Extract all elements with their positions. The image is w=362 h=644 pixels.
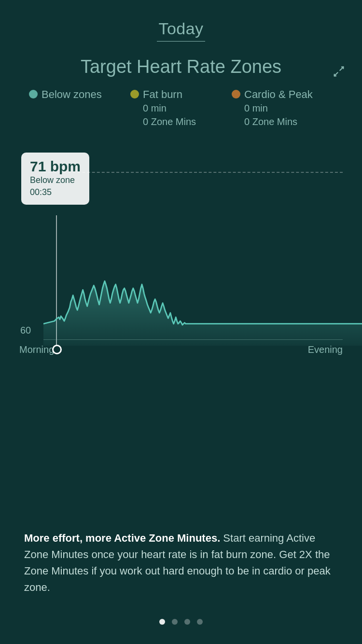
legend-item-below: Below zones (29, 88, 130, 102)
tooltip-bpm: 71 bpm (30, 158, 81, 174)
below-zones-text: Below zones (42, 88, 102, 102)
fatburn-dot (130, 90, 139, 98)
page-title: Today (0, 19, 362, 38)
cardio-label: Cardio & Peak (244, 88, 313, 102)
heart-rate-chart[interactable] (43, 182, 362, 346)
cardio-min: 0 min (244, 101, 313, 115)
collapse-button[interactable] (330, 63, 348, 80)
below-zones-dot (29, 90, 38, 98)
info-section: More effort, more Active Zone Minutes. S… (0, 530, 362, 596)
chart-inner: 71 bpm Below zone 00:35 60 (10, 143, 352, 375)
pagination (0, 619, 362, 625)
tooltip-zone: Below zone (30, 174, 81, 186)
svg-line-3 (334, 72, 338, 76)
cardio-dot (232, 90, 240, 98)
title-underline (157, 41, 205, 42)
legend: Below zones Fat burn 0 min 0 Zone Mins C… (0, 78, 362, 129)
chart-area[interactable]: 71 bpm Below zone 00:35 60 (0, 143, 362, 375)
fatburn-text: Fat burn 0 min 0 Zone Mins (143, 88, 196, 129)
x-axis-labels: Morning Evening (19, 344, 343, 355)
y-axis-label: 60 (20, 325, 31, 336)
section-title: Target Heart Rate Zones (0, 56, 362, 78)
legend-item-fatburn: Fat burn 0 min 0 Zone Mins (130, 88, 232, 129)
chart-tooltip: 71 bpm Below zone 00:35 (21, 153, 89, 204)
info-bold: More effort, more Active Zone Minutes. (24, 532, 220, 544)
fatburn-min: 0 min (143, 101, 196, 115)
info-text: More effort, more Active Zone Minutes. S… (24, 530, 338, 596)
svg-line-0 (340, 67, 343, 70)
tooltip-time: 00:35 (30, 186, 81, 198)
cardio-text: Cardio & Peak 0 min 0 Zone Mins (244, 88, 313, 129)
legend-item-cardio: Cardio & Peak 0 min 0 Zone Mins (232, 88, 333, 129)
cardio-zone: 0 Zone Mins (244, 115, 313, 128)
x-label-evening: Evening (308, 344, 343, 355)
pagination-dot-2[interactable] (172, 619, 178, 625)
fatburn-label: Fat burn (143, 88, 196, 102)
pagination-dot-4[interactable] (197, 619, 203, 625)
below-zones-label: Below zones (42, 88, 102, 102)
x-label-morning: Morning (19, 344, 54, 355)
pagination-dot-1[interactable] (159, 619, 165, 625)
fatburn-zone: 0 Zone Mins (143, 115, 196, 128)
header-section: Today (0, 0, 362, 46)
pagination-dot-3[interactable] (184, 619, 190, 625)
